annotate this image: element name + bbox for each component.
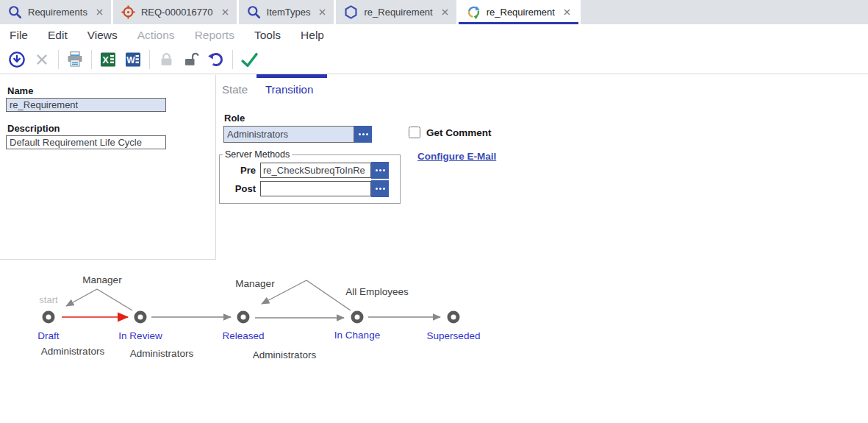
tab-requirements[interactable]: Requirements — [0, 0, 113, 24]
transition-label-manager-2: Manager — [235, 278, 275, 289]
tab-label: Requirements — [28, 7, 87, 18]
transition-tab-indicator — [257, 74, 327, 78]
svg-text:W: W — [126, 55, 135, 65]
unlock-icon — [182, 51, 201, 69]
tab-label: ItemTypes — [267, 7, 311, 18]
export-excel-button[interactable]: X — [96, 49, 121, 71]
pre-method-picker-button[interactable] — [371, 162, 389, 179]
state-node-inchange[interactable] — [353, 313, 362, 321]
undo-icon — [207, 50, 226, 69]
state-role-released: Administrators — [253, 349, 317, 360]
close-icon[interactable] — [95, 7, 104, 17]
get-comment-row: Get Comment — [409, 127, 492, 138]
tab-req-000016770[interactable]: REQ-000016770 — [113, 0, 239, 24]
tab-strip: Requirements REQ-000016770 ItemTypes re_… — [0, 0, 868, 24]
tab-itemtypes[interactable]: ItemTypes — [239, 0, 337, 24]
state-label-inreview: In Review — [118, 330, 162, 341]
description-label: Description — [7, 123, 60, 134]
state-node-inreview[interactable] — [136, 313, 145, 321]
toolbar-separator — [149, 50, 150, 69]
search-icon — [246, 4, 262, 20]
close-icon[interactable] — [318, 7, 327, 17]
post-method-row: Post — [220, 180, 397, 197]
svg-text:X: X — [102, 54, 109, 65]
get-comment-checkbox[interactable] — [409, 127, 420, 138]
tab-label: REQ-000016770 — [141, 7, 213, 18]
hexagon-icon — [343, 4, 359, 20]
undo-button[interactable] — [204, 49, 229, 71]
apply-button[interactable] — [4, 49, 29, 71]
tab-label: re_Requirement — [487, 7, 555, 18]
state-node-superseded[interactable] — [449, 313, 458, 321]
close-icon[interactable] — [220, 7, 230, 17]
ellipsis-icon — [376, 169, 385, 171]
pre-method-input[interactable] — [260, 163, 371, 178]
menu-actions: Actions — [137, 29, 175, 42]
tab-re-requirement-lifecycle[interactable]: re_Requirement — [459, 0, 581, 24]
lock-button — [154, 49, 179, 71]
excel-icon: X — [99, 51, 117, 68]
pre-method-row: Pre — [220, 162, 397, 179]
transition-label-all-employees: All Employees — [345, 286, 409, 297]
export-word-button[interactable]: W — [121, 49, 146, 71]
ellipsis-icon — [359, 133, 368, 135]
toolbar-separator — [58, 50, 59, 69]
state-label-superseded: Superseded — [427, 330, 481, 341]
print-button[interactable] — [62, 49, 87, 71]
transition-inchange-to-released[interactable] — [262, 280, 351, 310]
tab-state[interactable]: State — [222, 83, 248, 96]
tab-label: re_Requirement — [364, 7, 432, 18]
menu-help[interactable]: Help — [301, 29, 324, 42]
done-button[interactable] — [237, 49, 262, 71]
state-role-draft: Administrators — [41, 346, 105, 357]
menu-reports: Reports — [195, 29, 234, 42]
server-methods-group: Server Methods Pre Post — [219, 149, 401, 204]
close-icon[interactable] — [562, 7, 572, 17]
state-role-inreview: Administrators — [130, 348, 194, 359]
done-icon — [240, 50, 259, 70]
pre-label: Pre — [220, 165, 260, 176]
print-icon — [65, 50, 85, 69]
post-method-input[interactable] — [260, 181, 371, 196]
transition-inreview-to-draft[interactable] — [66, 289, 132, 310]
server-methods-legend: Server Methods — [223, 149, 292, 160]
unlock-button[interactable] — [179, 49, 204, 71]
menu-file[interactable]: File — [10, 29, 28, 42]
get-comment-label: Get Comment — [426, 127, 492, 138]
post-method-picker-button[interactable] — [371, 180, 389, 197]
state-node-draft[interactable] — [44, 313, 53, 321]
lock-icon — [157, 51, 176, 69]
tab-re-requirement-itemtype[interactable]: re_Requirement — [336, 0, 458, 24]
description-input[interactable] — [6, 135, 166, 149]
state-label-draft: Draft — [37, 330, 60, 341]
state-node-released[interactable] — [239, 313, 248, 321]
menu-tools[interactable]: Tools — [254, 29, 281, 42]
target-icon — [121, 4, 136, 20]
tab-strip-empty-space — [581, 0, 868, 24]
toolbar-separator — [232, 50, 233, 69]
menu-edit[interactable]: Edit — [48, 29, 68, 42]
post-label: Post — [220, 183, 260, 194]
cancel-icon — [35, 52, 49, 67]
role-field-row — [223, 126, 372, 143]
role-input[interactable] — [223, 126, 354, 143]
tab-transition[interactable]: Transition — [265, 83, 313, 96]
state-label-released: Released — [222, 330, 264, 341]
apply-icon — [7, 50, 26, 69]
name-label: Name — [7, 85, 33, 96]
role-picker-button[interactable] — [354, 126, 372, 143]
transition-label-manager-1: Manager — [82, 274, 122, 285]
toolbar: X W — [0, 46, 868, 74]
menu-bar: File Edit Views Actions Reports Tools He… — [0, 24, 868, 46]
close-icon[interactable] — [440, 7, 450, 17]
search-icon — [7, 4, 23, 20]
configure-email-link[interactable]: Configure E-Mail — [417, 151, 496, 162]
menu-views[interactable]: Views — [87, 29, 118, 42]
cancel-button — [29, 49, 54, 71]
ellipsis-icon — [376, 188, 385, 190]
lifecycle-map: start Manager Manager All Employees Draf… — [0, 265, 529, 375]
state-label-inchange: In Change — [334, 330, 380, 341]
name-input[interactable] — [6, 98, 166, 112]
start-label: start — [39, 294, 58, 305]
toolbar-separator — [91, 50, 92, 69]
